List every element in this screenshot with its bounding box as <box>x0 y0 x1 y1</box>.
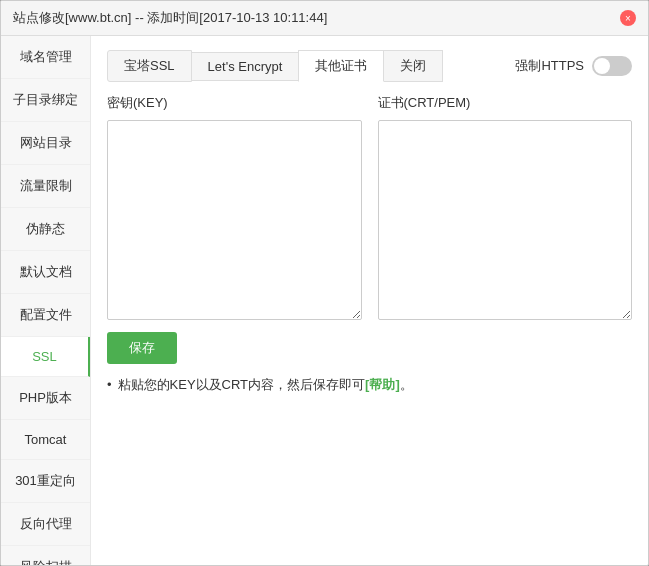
tab-baota-ssl[interactable]: 宝塔SSL <box>107 50 192 82</box>
hint-text: 粘贴您的KEY以及CRT内容，然后保存即可[帮助]。 <box>118 376 413 394</box>
sidebar-item-301[interactable]: 301重定向 <box>1 460 90 503</box>
main-content: 宝塔SSL Let's Encrypt 其他证书 关闭 强制HTTPS 密钥(K… <box>91 36 648 565</box>
hint-bullet: • <box>107 377 112 392</box>
sidebar-item-default-doc[interactable]: 默认文档 <box>1 251 90 294</box>
modal-header: 站点修改[www.bt.cn] -- 添加时间[2017-10-13 10:11… <box>1 1 648 36</box>
save-row: 保存 <box>107 332 632 364</box>
sidebar-item-php[interactable]: PHP版本 <box>1 377 90 420</box>
sidebar-item-config[interactable]: 配置文件 <box>1 294 90 337</box>
sidebar-item-rewrite[interactable]: 伪静态 <box>1 208 90 251</box>
modal-body: 域名管理 子目录绑定 网站目录 流量限制 伪静态 默认文档 配置文件 SSL P… <box>1 36 648 565</box>
sidebar-item-tomcat[interactable]: Tomcat <box>1 420 90 460</box>
tab-other-cert[interactable]: 其他证书 <box>298 50 384 82</box>
hint-link[interactable]: [帮助] <box>365 377 400 392</box>
hint-section: • 粘贴您的KEY以及CRT内容，然后保存即可[帮助]。 <box>107 376 632 394</box>
sidebar-item-traffic[interactable]: 流量限制 <box>1 165 90 208</box>
sidebar-item-ssl[interactable]: SSL <box>1 337 90 377</box>
tab-lets-encrypt[interactable]: Let's Encrypt <box>191 52 300 81</box>
sidebar-item-domain[interactable]: 域名管理 <box>1 36 90 79</box>
sidebar-item-proxy[interactable]: 反向代理 <box>1 503 90 546</box>
sidebar: 域名管理 子目录绑定 网站目录 流量限制 伪静态 默认文档 配置文件 SSL P… <box>1 36 91 565</box>
modal-title: 站点修改[www.bt.cn] -- 添加时间[2017-10-13 10:11… <box>13 9 327 27</box>
cert-fields-row: 密钥(KEY) 证书(CRT/PEM) <box>107 94 632 320</box>
modal-window: 站点修改[www.bt.cn] -- 添加时间[2017-10-13 10:11… <box>0 0 649 566</box>
cert-field-group: 证书(CRT/PEM) <box>378 94 633 320</box>
hint-item: • 粘贴您的KEY以及CRT内容，然后保存即可[帮助]。 <box>107 376 632 394</box>
tabs-row: 宝塔SSL Let's Encrypt 其他证书 关闭 强制HTTPS <box>107 50 632 82</box>
sidebar-item-webdir[interactable]: 网站目录 <box>1 122 90 165</box>
close-button[interactable]: × <box>620 10 636 26</box>
sidebar-item-scan[interactable]: 风险扫描 <box>1 546 90 565</box>
hint-text-content: 粘贴您的KEY以及CRT内容，然后保存即可 <box>118 377 366 392</box>
key-textarea[interactable] <box>107 120 362 320</box>
https-toggle-switch[interactable] <box>592 56 632 76</box>
sidebar-item-subdir[interactable]: 子目录绑定 <box>1 79 90 122</box>
https-toggle-area: 强制HTTPS <box>515 56 632 76</box>
key-field-group: 密钥(KEY) <box>107 94 362 320</box>
https-toggle-label: 强制HTTPS <box>515 57 584 75</box>
save-button[interactable]: 保存 <box>107 332 177 364</box>
key-field-label: 密钥(KEY) <box>107 94 362 112</box>
cert-field-label: 证书(CRT/PEM) <box>378 94 633 112</box>
cert-textarea[interactable] <box>378 120 633 320</box>
tab-close[interactable]: 关闭 <box>383 50 443 82</box>
